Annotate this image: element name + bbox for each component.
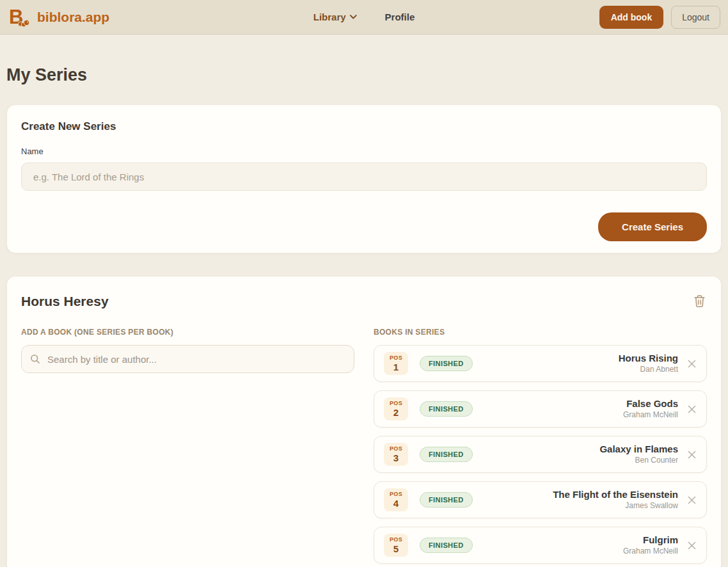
series-card: Horus Heresy ADD A BOOK (ONE SERIES PER …: [6, 276, 722, 567]
x-close-icon: [687, 406, 697, 416]
book-row: POS 2 FINISHED False Gods Graham McNeill: [374, 390, 707, 427]
status-badge: FINISHED: [420, 447, 473, 462]
status-badge: FINISHED: [420, 356, 473, 371]
status-badge: FINISHED: [420, 401, 473, 417]
series-name-input[interactable]: [21, 163, 707, 191]
book-row: POS 3 FINISHED Galaxy in Flames Ben Coun…: [374, 436, 707, 473]
app-header: B biblora.app Library Profile Add book L…: [0, 0, 728, 35]
position-number: 4: [384, 498, 408, 509]
book-meta: False Gods Graham McNeill: [623, 397, 678, 420]
nav-library[interactable]: Library: [313, 12, 357, 22]
position-badge: POS 1: [384, 352, 408, 375]
book-meta: Horus Rising Dan Abnett: [619, 352, 678, 374]
add-book-button[interactable]: Add book: [599, 6, 664, 29]
book-author: Ben Counter: [599, 456, 678, 466]
position-label: POS: [384, 355, 408, 361]
book-title: Galaxy in Flames: [599, 443, 678, 456]
remove-book-button[interactable]: [686, 494, 698, 506]
remove-book-button[interactable]: [686, 403, 698, 415]
book-title: Horus Rising: [619, 352, 678, 365]
search-icon: [30, 354, 40, 364]
series-name-label: Name: [21, 147, 707, 156]
books-in-series-label: BOOKS IN SERIES: [374, 328, 707, 337]
nav-library-label: Library: [313, 12, 346, 22]
book-meta: Fulgrim Graham McNeill: [623, 534, 678, 556]
nav-profile[interactable]: Profile: [385, 12, 415, 22]
series-head: Horus Heresy: [21, 293, 707, 309]
chevron-down-icon: [350, 15, 357, 19]
series-columns: ADD A BOOK (ONE SERIES PER BOOK) BOOKS I…: [21, 328, 707, 564]
book-search: [21, 345, 354, 373]
status-badge: FINISHED: [420, 538, 473, 553]
book-meta: Galaxy in Flames Ben Counter: [599, 443, 678, 465]
page-title: My Series: [6, 65, 722, 85]
position-label: POS: [384, 491, 408, 497]
book-title: Fulgrim: [623, 534, 678, 547]
remove-book-button[interactable]: [686, 539, 698, 552]
books-in-series-list: POS 1 FINISHED Horus Rising Dan Abnett P…: [374, 345, 707, 564]
status-badge: FINISHED: [420, 492, 473, 507]
page-main: My Series Create New Series Name Create …: [0, 65, 728, 567]
position-label: POS: [384, 400, 408, 406]
position-label: POS: [384, 445, 408, 452]
brand-name[interactable]: biblora.app: [37, 10, 109, 25]
book-row: POS 1 FINISHED Horus Rising Dan Abnett: [374, 345, 707, 382]
delete-series-button[interactable]: [692, 293, 707, 309]
book-author: Graham McNeill: [623, 410, 678, 420]
book-row: POS 5 FINISHED Fulgrim Graham McNeill: [374, 527, 707, 564]
position-badge: POS 2: [384, 397, 408, 420]
x-close-icon: [687, 543, 697, 552]
book-meta: The Flight of the Eisenstein James Swall…: [553, 488, 678, 511]
main-nav: Library Profile: [313, 12, 415, 22]
x-close-icon: [687, 497, 697, 507]
position-badge: POS 3: [384, 443, 408, 466]
series-title: Horus Heresy: [21, 294, 109, 309]
position-number: 3: [384, 452, 408, 463]
position-number: 2: [384, 407, 408, 418]
book-author: Dan Abnett: [619, 365, 678, 375]
create-series-button[interactable]: Create Series: [598, 212, 707, 241]
add-book-column: ADD A BOOK (ONE SERIES PER BOOK): [21, 328, 354, 564]
book-title: The Flight of the Eisenstein: [553, 488, 678, 501]
position-badge: POS 4: [384, 488, 408, 511]
remove-book-button[interactable]: [686, 449, 698, 461]
header-actions: Add book Logout: [599, 6, 720, 29]
position-number: 5: [384, 543, 408, 554]
position-label: POS: [384, 536, 408, 543]
x-close-icon: [687, 361, 697, 371]
add-book-label: ADD A BOOK (ONE SERIES PER BOOK): [21, 328, 354, 337]
trash-icon: [693, 300, 706, 310]
create-series-card: Create New Series Name Create Series: [6, 104, 722, 253]
book-author: James Swallow: [553, 501, 678, 511]
book-row: POS 4 FINISHED The Flight of the Eisenst…: [374, 481, 707, 518]
position-badge: POS 5: [384, 534, 408, 557]
x-close-icon: [687, 452, 697, 461]
book-title: False Gods: [623, 397, 678, 410]
books-column: BOOKS IN SERIES POS 1 FINISHED Horus Ris…: [374, 328, 707, 564]
create-series-title: Create New Series: [21, 120, 707, 133]
book-search-input[interactable]: [21, 345, 354, 373]
bookworm-logo-icon: B: [8, 6, 31, 29]
brand[interactable]: B biblora.app: [8, 6, 109, 29]
logout-button[interactable]: Logout: [671, 6, 720, 29]
position-number: 1: [384, 362, 408, 372]
book-author: Graham McNeill: [623, 547, 678, 557]
create-actions: Create Series: [21, 212, 707, 241]
remove-book-button[interactable]: [686, 358, 698, 370]
